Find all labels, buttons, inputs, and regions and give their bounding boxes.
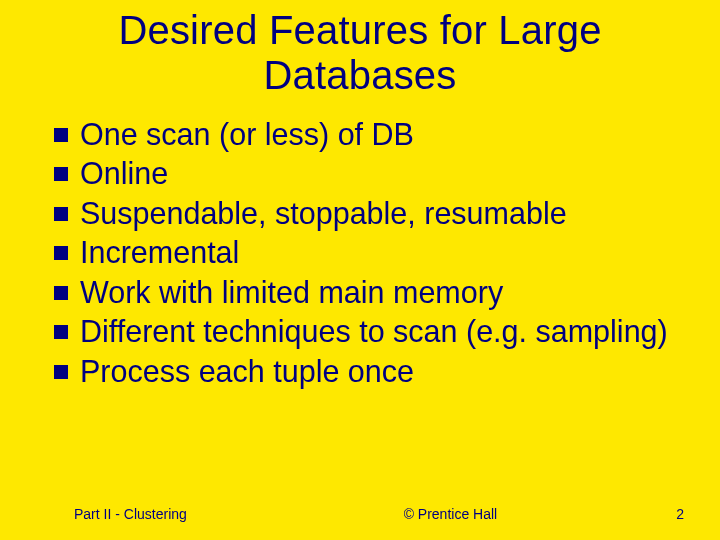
bullet-text: Work with limited main memory: [80, 274, 503, 312]
list-item: Process each tuple once: [54, 353, 680, 391]
square-bullet-icon: [54, 246, 68, 260]
list-item: Suspendable, stoppable, resumable: [54, 195, 680, 233]
list-item: Online: [54, 155, 680, 193]
bullet-text: One scan (or less) of DB: [80, 116, 414, 154]
list-item: One scan (or less) of DB: [54, 116, 680, 154]
square-bullet-icon: [54, 286, 68, 300]
bullet-text: Suspendable, stoppable, resumable: [80, 195, 567, 233]
slide-footer: Part II - Clustering © Prentice Hall 2: [0, 506, 720, 522]
square-bullet-icon: [54, 207, 68, 221]
square-bullet-icon: [54, 128, 68, 142]
square-bullet-icon: [54, 325, 68, 339]
footer-center: © Prentice Hall: [247, 506, 654, 522]
title-line-2: Databases: [263, 53, 456, 97]
title-line-1: Desired Features for Large: [118, 8, 601, 52]
slide-title: Desired Features for Large Databases: [0, 0, 720, 98]
bullet-text: Process each tuple once: [80, 353, 414, 391]
bullet-text: Online: [80, 155, 168, 193]
list-item: Incremental: [54, 234, 680, 272]
square-bullet-icon: [54, 365, 68, 379]
bullet-text: Incremental: [80, 234, 239, 272]
bullet-list: One scan (or less) of DB Online Suspenda…: [0, 116, 720, 391]
footer-page-number: 2: [654, 506, 684, 522]
square-bullet-icon: [54, 167, 68, 181]
list-item: Work with limited main memory: [54, 274, 680, 312]
bullet-text: Different techniques to scan (e.g. sampl…: [80, 313, 668, 351]
footer-left: Part II - Clustering: [74, 506, 187, 522]
list-item: Different techniques to scan (e.g. sampl…: [54, 313, 680, 351]
